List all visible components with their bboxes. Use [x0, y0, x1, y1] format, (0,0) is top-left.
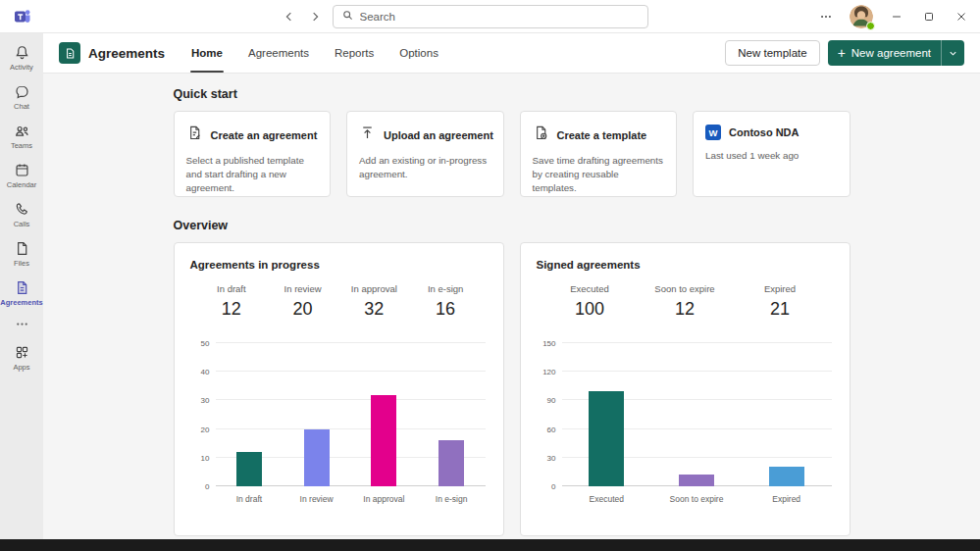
- search-box[interactable]: [333, 5, 648, 28]
- back-button[interactable]: [283, 10, 296, 24]
- app-header: Agreements Home Agreements Reports Optio…: [43, 33, 980, 74]
- avatar[interactable]: [850, 5, 873, 28]
- history-nav: [283, 0, 322, 33]
- upload-agreement-card[interactable]: Upload an agreement Add an existing or i…: [346, 111, 504, 197]
- create-agreement-card[interactable]: Create an agreement Select a published t…: [174, 111, 332, 197]
- bar-expired: [769, 467, 804, 486]
- agreements-app-icon: [59, 42, 80, 64]
- tab-home[interactable]: Home: [190, 33, 224, 73]
- new-agreement-button[interactable]: + New agreement: [828, 40, 941, 66]
- card-description: Last used 1 week ago: [705, 149, 838, 163]
- stat-in-approval: In approval32: [338, 283, 410, 320]
- rail-label: Apps: [13, 363, 29, 372]
- sidebar-item-calendar[interactable]: Calendar: [0, 156, 43, 195]
- rail-label: Chat: [14, 102, 29, 111]
- new-agreement-label: New agreement: [851, 47, 931, 59]
- chevron-down-icon: [948, 48, 958, 59]
- teams-logo-icon[interactable]: [13, 7, 32, 30]
- bar-in-review: [304, 429, 330, 486]
- y-axis-tick: 90: [537, 396, 556, 405]
- card-description: Add an existing or in-progress agreement…: [359, 154, 491, 181]
- x-axis-label: In review: [283, 494, 350, 504]
- people-icon: [14, 122, 30, 139]
- quick-start-cards: Create an agreement Select a published t…: [174, 111, 851, 197]
- stat-in-e-sign: In e-sign16: [410, 283, 482, 320]
- x-axis-label: Soon to expire: [651, 494, 742, 504]
- template-icon: [533, 125, 549, 145]
- title-bar: [0, 0, 980, 33]
- minimize-button[interactable]: [888, 8, 905, 25]
- x-axis-label: Executed: [562, 494, 652, 504]
- rail-label: Activity: [10, 63, 33, 72]
- sidebar-item-files[interactable]: Files: [0, 234, 43, 274]
- main-area: Agreements Home Agreements Reports Optio…: [43, 33, 980, 539]
- overview-heading: Overview: [174, 219, 851, 232]
- page-title: Agreements: [88, 46, 165, 61]
- agreements-in-progress-chart: 01020304050In draftIn reviewIn approvalI…: [190, 343, 488, 504]
- sidebar-item-teams[interactable]: Teams: [0, 117, 43, 156]
- forward-button[interactable]: [308, 10, 322, 24]
- more-options-button[interactable]: [817, 8, 835, 25]
- sidebar-item-calls[interactable]: Calls: [0, 195, 43, 234]
- card-title: Create a template: [557, 129, 647, 141]
- tab-reports[interactable]: Reports: [334, 33, 375, 73]
- more-dots-icon: [15, 315, 29, 332]
- stat-in-review: In review20: [267, 283, 338, 320]
- stat-soon-to-expire: Soon to expire12: [638, 283, 733, 320]
- sidebar-item-apps[interactable]: Apps: [0, 338, 43, 377]
- calendar-icon: [14, 161, 30, 178]
- maximize-button[interactable]: [920, 8, 938, 25]
- signed-agreements-card: Signed agreements Executed100Soon to exp…: [520, 242, 851, 536]
- apps-grid-icon: [14, 343, 30, 361]
- create-template-card[interactable]: Create a template Save time drafting agr…: [520, 111, 678, 197]
- header-actions: New template + New agreement: [725, 40, 964, 66]
- y-axis-tick: 10: [190, 453, 210, 462]
- sidebar-item-activity[interactable]: Activity: [0, 38, 43, 77]
- rail-label: Agreements: [0, 298, 42, 307]
- plus-icon: +: [838, 46, 846, 60]
- tab-agreements[interactable]: Agreements: [247, 33, 310, 73]
- content-area: Quick start Create an agreement Select a…: [43, 74, 980, 539]
- word-icon: W: [705, 125, 721, 140]
- y-axis-tick: 40: [190, 368, 210, 376]
- agreements-doc-icon: [14, 278, 30, 296]
- card-description: Select a published template and start dr…: [186, 154, 319, 195]
- new-agreement-dropdown-button[interactable]: [941, 40, 964, 66]
- agreements-in-progress-card: Agreements in progress In draft12In revi…: [174, 242, 504, 536]
- bar-executed: [589, 391, 624, 486]
- x-axis-label: In e-sign: [418, 494, 486, 504]
- signed-agreements-chart: 0306090120150ExecutedSoon to expireExpir…: [537, 343, 834, 504]
- rail-more-button[interactable]: [0, 313, 43, 338]
- contoso-nda-card[interactable]: W Contoso NDA Last used 1 week ago: [693, 111, 851, 197]
- app-tabs: Home Agreements Reports Options: [190, 33, 439, 73]
- teams-window: Activity Chat Teams Calendar: [0, 0, 980, 551]
- card-description: Save time drafting agreements by creatin…: [533, 154, 665, 195]
- chat-icon: [14, 82, 30, 100]
- chart-title: Agreements in progress: [190, 259, 488, 271]
- tab-options[interactable]: Options: [398, 33, 439, 73]
- bar-in-draft: [236, 452, 262, 486]
- stat-in-draft: In draft12: [196, 283, 268, 320]
- sidebar-item-agreements[interactable]: Agreements: [0, 274, 43, 313]
- x-axis-label: Expired: [742, 494, 832, 504]
- file-icon: [14, 239, 30, 257]
- bell-icon: [14, 43, 30, 61]
- bottom-bar: [0, 539, 980, 551]
- rail-label: Files: [14, 259, 29, 268]
- search-icon: [341, 8, 354, 25]
- app-rail: Activity Chat Teams Calendar: [0, 33, 43, 539]
- close-button[interactable]: [953, 8, 970, 25]
- new-template-button[interactable]: New template: [725, 40, 819, 66]
- upload-icon: [359, 125, 376, 145]
- rail-label: Calls: [14, 220, 30, 228]
- y-axis-tick: 30: [537, 453, 556, 462]
- new-agreement-split-button: + New agreement: [828, 40, 964, 66]
- quick-start-heading: Quick start: [174, 87, 851, 101]
- stat-expired: Expired21: [733, 283, 828, 320]
- sidebar-item-chat[interactable]: Chat: [0, 77, 43, 117]
- rail-label: Teams: [11, 141, 32, 150]
- presence-available-dot: [866, 22, 875, 30]
- card-title: Create an agreement: [211, 129, 318, 141]
- rail-label: Calendar: [7, 180, 36, 189]
- search-input[interactable]: [360, 11, 640, 23]
